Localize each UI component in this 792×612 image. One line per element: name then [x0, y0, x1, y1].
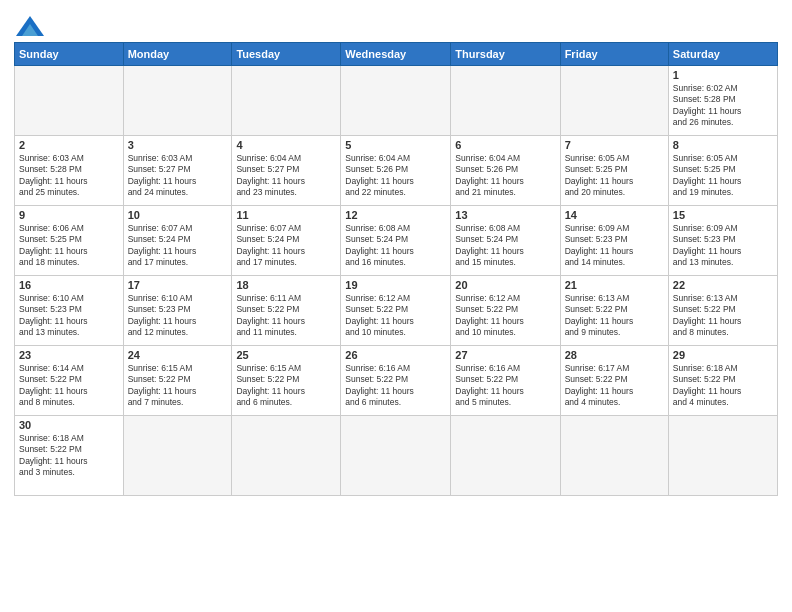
day-info: Sunrise: 6:10 AM Sunset: 5:23 PM Dayligh…	[19, 293, 119, 339]
calendar-day: 25Sunrise: 6:15 AM Sunset: 5:22 PM Dayli…	[232, 346, 341, 416]
day-info: Sunrise: 6:13 AM Sunset: 5:22 PM Dayligh…	[565, 293, 664, 339]
weekday-header-sunday: Sunday	[15, 43, 124, 66]
weekday-header-monday: Monday	[123, 43, 232, 66]
day-number: 11	[236, 209, 336, 221]
calendar-day: 3Sunrise: 6:03 AM Sunset: 5:27 PM Daylig…	[123, 136, 232, 206]
calendar-day: 29Sunrise: 6:18 AM Sunset: 5:22 PM Dayli…	[668, 346, 777, 416]
calendar-day: 22Sunrise: 6:13 AM Sunset: 5:22 PM Dayli…	[668, 276, 777, 346]
calendar-week-2: 9Sunrise: 6:06 AM Sunset: 5:25 PM Daylig…	[15, 206, 778, 276]
calendar-day	[15, 66, 124, 136]
day-number: 18	[236, 279, 336, 291]
calendar-day	[451, 416, 560, 496]
calendar-day: 24Sunrise: 6:15 AM Sunset: 5:22 PM Dayli…	[123, 346, 232, 416]
calendar-day: 17Sunrise: 6:10 AM Sunset: 5:23 PM Dayli…	[123, 276, 232, 346]
day-info: Sunrise: 6:02 AM Sunset: 5:28 PM Dayligh…	[673, 83, 773, 129]
day-number: 26	[345, 349, 446, 361]
calendar-week-0: 1Sunrise: 6:02 AM Sunset: 5:28 PM Daylig…	[15, 66, 778, 136]
day-number: 13	[455, 209, 555, 221]
calendar-day	[341, 416, 451, 496]
day-number: 7	[565, 139, 664, 151]
calendar-day: 12Sunrise: 6:08 AM Sunset: 5:24 PM Dayli…	[341, 206, 451, 276]
day-info: Sunrise: 6:18 AM Sunset: 5:22 PM Dayligh…	[19, 433, 119, 479]
calendar-day	[560, 66, 668, 136]
page: SundayMondayTuesdayWednesdayThursdayFrid…	[0, 0, 792, 612]
day-number: 10	[128, 209, 228, 221]
day-info: Sunrise: 6:18 AM Sunset: 5:22 PM Dayligh…	[673, 363, 773, 409]
calendar-day	[232, 416, 341, 496]
calendar-day: 18Sunrise: 6:11 AM Sunset: 5:22 PM Dayli…	[232, 276, 341, 346]
weekday-header-thursday: Thursday	[451, 43, 560, 66]
day-info: Sunrise: 6:04 AM Sunset: 5:26 PM Dayligh…	[345, 153, 446, 199]
day-number: 2	[19, 139, 119, 151]
day-info: Sunrise: 6:03 AM Sunset: 5:27 PM Dayligh…	[128, 153, 228, 199]
calendar-day: 28Sunrise: 6:17 AM Sunset: 5:22 PM Dayli…	[560, 346, 668, 416]
day-number: 14	[565, 209, 664, 221]
day-number: 8	[673, 139, 773, 151]
day-number: 30	[19, 419, 119, 431]
calendar-week-5: 30Sunrise: 6:18 AM Sunset: 5:22 PM Dayli…	[15, 416, 778, 496]
calendar-day: 27Sunrise: 6:16 AM Sunset: 5:22 PM Dayli…	[451, 346, 560, 416]
header	[14, 10, 778, 36]
calendar-day	[341, 66, 451, 136]
day-info: Sunrise: 6:12 AM Sunset: 5:22 PM Dayligh…	[455, 293, 555, 339]
weekday-header-saturday: Saturday	[668, 43, 777, 66]
day-info: Sunrise: 6:08 AM Sunset: 5:24 PM Dayligh…	[455, 223, 555, 269]
calendar-header-row: SundayMondayTuesdayWednesdayThursdayFrid…	[15, 43, 778, 66]
day-number: 4	[236, 139, 336, 151]
weekday-header-friday: Friday	[560, 43, 668, 66]
logo-icon	[16, 16, 44, 36]
calendar-day: 16Sunrise: 6:10 AM Sunset: 5:23 PM Dayli…	[15, 276, 124, 346]
calendar-day	[560, 416, 668, 496]
day-number: 24	[128, 349, 228, 361]
calendar-day: 4Sunrise: 6:04 AM Sunset: 5:27 PM Daylig…	[232, 136, 341, 206]
calendar-day: 11Sunrise: 6:07 AM Sunset: 5:24 PM Dayli…	[232, 206, 341, 276]
day-info: Sunrise: 6:17 AM Sunset: 5:22 PM Dayligh…	[565, 363, 664, 409]
calendar-day: 5Sunrise: 6:04 AM Sunset: 5:26 PM Daylig…	[341, 136, 451, 206]
day-info: Sunrise: 6:09 AM Sunset: 5:23 PM Dayligh…	[565, 223, 664, 269]
day-info: Sunrise: 6:04 AM Sunset: 5:27 PM Dayligh…	[236, 153, 336, 199]
calendar-week-4: 23Sunrise: 6:14 AM Sunset: 5:22 PM Dayli…	[15, 346, 778, 416]
day-info: Sunrise: 6:10 AM Sunset: 5:23 PM Dayligh…	[128, 293, 228, 339]
day-info: Sunrise: 6:14 AM Sunset: 5:22 PM Dayligh…	[19, 363, 119, 409]
calendar-day: 14Sunrise: 6:09 AM Sunset: 5:23 PM Dayli…	[560, 206, 668, 276]
day-number: 27	[455, 349, 555, 361]
calendar-day	[123, 66, 232, 136]
day-number: 15	[673, 209, 773, 221]
calendar-day: 10Sunrise: 6:07 AM Sunset: 5:24 PM Dayli…	[123, 206, 232, 276]
day-info: Sunrise: 6:09 AM Sunset: 5:23 PM Dayligh…	[673, 223, 773, 269]
weekday-header-tuesday: Tuesday	[232, 43, 341, 66]
day-number: 25	[236, 349, 336, 361]
day-info: Sunrise: 6:16 AM Sunset: 5:22 PM Dayligh…	[455, 363, 555, 409]
day-info: Sunrise: 6:13 AM Sunset: 5:22 PM Dayligh…	[673, 293, 773, 339]
day-info: Sunrise: 6:15 AM Sunset: 5:22 PM Dayligh…	[236, 363, 336, 409]
calendar-week-3: 16Sunrise: 6:10 AM Sunset: 5:23 PM Dayli…	[15, 276, 778, 346]
day-number: 1	[673, 69, 773, 81]
calendar-day: 7Sunrise: 6:05 AM Sunset: 5:25 PM Daylig…	[560, 136, 668, 206]
day-number: 9	[19, 209, 119, 221]
day-number: 17	[128, 279, 228, 291]
day-number: 19	[345, 279, 446, 291]
calendar-day: 30Sunrise: 6:18 AM Sunset: 5:22 PM Dayli…	[15, 416, 124, 496]
day-info: Sunrise: 6:15 AM Sunset: 5:22 PM Dayligh…	[128, 363, 228, 409]
day-info: Sunrise: 6:12 AM Sunset: 5:22 PM Dayligh…	[345, 293, 446, 339]
day-number: 29	[673, 349, 773, 361]
day-info: Sunrise: 6:11 AM Sunset: 5:22 PM Dayligh…	[236, 293, 336, 339]
calendar-day: 6Sunrise: 6:04 AM Sunset: 5:26 PM Daylig…	[451, 136, 560, 206]
calendar-day	[232, 66, 341, 136]
calendar-day: 21Sunrise: 6:13 AM Sunset: 5:22 PM Dayli…	[560, 276, 668, 346]
day-number: 21	[565, 279, 664, 291]
day-info: Sunrise: 6:07 AM Sunset: 5:24 PM Dayligh…	[128, 223, 228, 269]
calendar-day: 13Sunrise: 6:08 AM Sunset: 5:24 PM Dayli…	[451, 206, 560, 276]
day-info: Sunrise: 6:16 AM Sunset: 5:22 PM Dayligh…	[345, 363, 446, 409]
day-info: Sunrise: 6:03 AM Sunset: 5:28 PM Dayligh…	[19, 153, 119, 199]
calendar: SundayMondayTuesdayWednesdayThursdayFrid…	[14, 42, 778, 496]
calendar-day: 15Sunrise: 6:09 AM Sunset: 5:23 PM Dayli…	[668, 206, 777, 276]
day-number: 22	[673, 279, 773, 291]
day-info: Sunrise: 6:04 AM Sunset: 5:26 PM Dayligh…	[455, 153, 555, 199]
day-info: Sunrise: 6:06 AM Sunset: 5:25 PM Dayligh…	[19, 223, 119, 269]
day-number: 12	[345, 209, 446, 221]
day-number: 20	[455, 279, 555, 291]
calendar-day: 9Sunrise: 6:06 AM Sunset: 5:25 PM Daylig…	[15, 206, 124, 276]
calendar-day: 26Sunrise: 6:16 AM Sunset: 5:22 PM Dayli…	[341, 346, 451, 416]
calendar-day	[123, 416, 232, 496]
